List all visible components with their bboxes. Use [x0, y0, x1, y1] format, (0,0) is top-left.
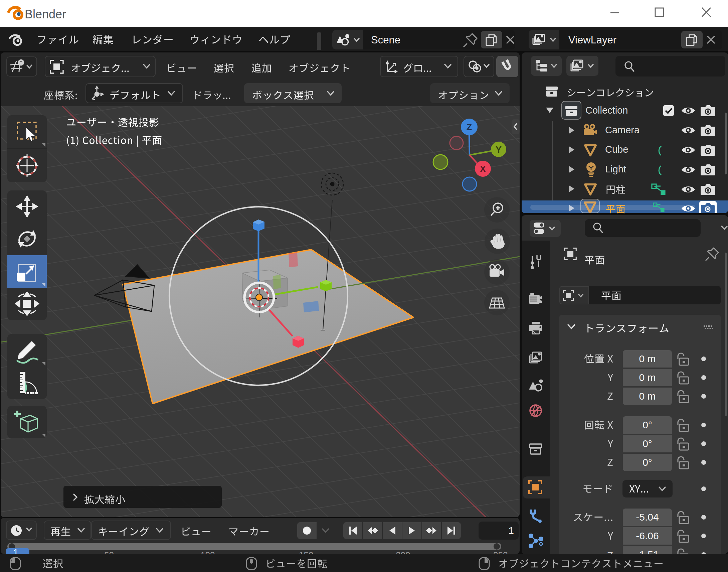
- svg-text:X: X: [480, 164, 486, 174]
- svg-text:Z: Z: [467, 122, 472, 132]
- svg-text:Y: Y: [496, 145, 502, 155]
